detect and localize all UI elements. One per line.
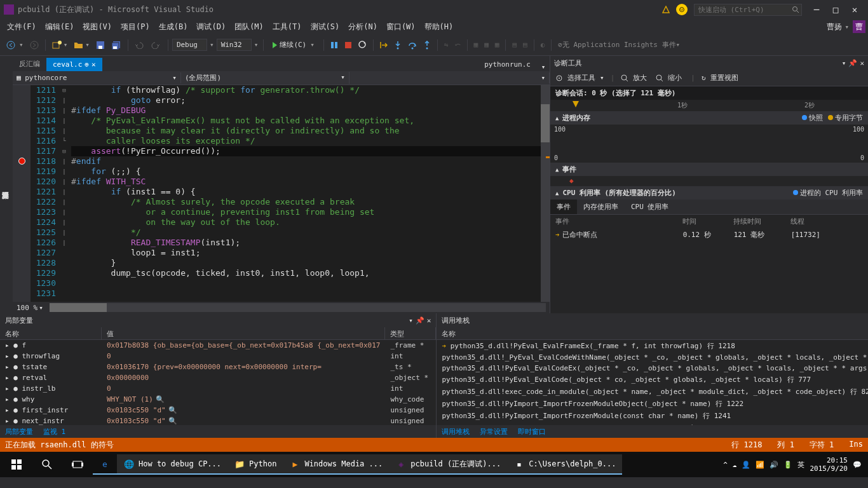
tray-notif-icon[interactable]: 💬 xyxy=(853,461,862,469)
restart-button[interactable] xyxy=(356,39,369,51)
locals-row[interactable]: ▸ ● first_instr0x0103c550 "d"🔍unsigned xyxy=(0,405,436,416)
menu-edit[interactable]: 编辑(E) xyxy=(41,20,79,34)
save-all-button[interactable] xyxy=(109,39,124,51)
cortana-button[interactable] xyxy=(32,452,62,477)
menu-project[interactable]: 项目(P) xyxy=(116,20,154,34)
tab-overflow-button[interactable]: ▾ xyxy=(537,63,550,71)
callstack-tab[interactable]: 调用堆栈 xyxy=(437,425,475,438)
stack-row[interactable]: ➔ python35_d.dll!PyEval_EvalFrameEx(_fra… xyxy=(437,340,868,352)
immediate-tab[interactable]: 即时窗口 xyxy=(513,425,551,438)
tb-icon[interactable]: ◐ xyxy=(538,39,548,51)
taskview-button[interactable] xyxy=(62,452,93,477)
zoom-in-button[interactable]: 放大 xyxy=(618,71,652,85)
menu-test[interactable]: 测试(S) xyxy=(306,20,344,34)
zoom-out-button[interactable]: 缩小 xyxy=(653,71,687,85)
stop-button[interactable] xyxy=(342,39,355,51)
menu-team[interactable]: 团队(M) xyxy=(230,20,268,34)
locals-row[interactable]: ▸ ● throwflag0int xyxy=(0,351,436,362)
timeline[interactable]: 1秒 2秒 xyxy=(550,100,868,111)
locals-row[interactable]: ▸ ● instr_lb0int xyxy=(0,383,436,394)
step-out-button[interactable] xyxy=(421,39,433,51)
locals-row[interactable]: ▸ ● tstate0x01036170 {prev=0x00000000 ne… xyxy=(0,362,436,372)
tb-icon[interactable]: ▤ xyxy=(510,39,519,51)
events-group[interactable]: ▲事件 xyxy=(550,163,868,176)
tray-ime[interactable]: 英 xyxy=(797,460,804,470)
continue-button[interactable]: 继续(C)▾ xyxy=(268,39,320,51)
feedback-icon[interactable]: ☺ xyxy=(676,4,688,15)
menu-help[interactable]: 帮助(H) xyxy=(420,20,458,34)
close-button[interactable]: ✕ xyxy=(845,4,864,15)
task-wmp[interactable]: ▶Windows Media ... xyxy=(283,454,389,475)
user-name[interactable]: 曹扬 xyxy=(827,22,842,32)
tb-icon[interactable]: ▦ xyxy=(492,39,502,51)
locals-tab[interactable]: 局部变量 xyxy=(0,425,38,438)
redo-button[interactable] xyxy=(149,39,164,51)
tb-icon[interactable]: ▦ xyxy=(482,39,491,51)
task-cmd[interactable]: ▪C:\Users\delph_0... xyxy=(507,454,622,475)
stack-row[interactable]: python35_d.dll!_PyEval_EvalCodeWithName(… xyxy=(437,352,868,363)
tab-events[interactable]: 事件 xyxy=(550,200,577,214)
cpu-group[interactable]: ▲CPU 利用率 (所有处理器的百分比) 进程的 CPU 利用率 xyxy=(550,186,868,200)
exception-tab[interactable]: 异常设置 xyxy=(475,425,513,438)
member-select[interactable]: ▾ xyxy=(349,72,550,83)
menu-window[interactable]: 窗口(W) xyxy=(382,20,420,34)
tray-network-icon[interactable]: 📶 xyxy=(756,461,764,469)
platform-select[interactable]: Win32 xyxy=(217,39,252,51)
stack-row[interactable]: python35_d.dll!PyImport_ImportFrozenModu… xyxy=(437,410,868,422)
stack-row[interactable]: python35_d.dll!PyImport_ImportFrozenModu… xyxy=(437,398,868,410)
menu-debug[interactable]: 调试(D) xyxy=(192,20,230,34)
minimize-button[interactable]: ─ xyxy=(807,4,826,15)
task-explorer[interactable]: 📁Python xyxy=(227,454,283,475)
close-tab-icon[interactable]: ✕ xyxy=(92,60,96,69)
tray-up-icon[interactable]: ^ xyxy=(723,461,728,469)
menu-view[interactable]: 视图(V) xyxy=(78,20,116,34)
save-button[interactable] xyxy=(93,39,107,51)
tab-pythonrun[interactable]: pythonrun.c xyxy=(478,58,537,71)
pin-icon[interactable]: ⊕ xyxy=(85,60,89,69)
menu-file[interactable]: 文件(F) xyxy=(3,20,41,34)
menu-tools[interactable]: 工具(T) xyxy=(268,20,306,34)
break-all-button[interactable] xyxy=(328,39,341,51)
tab-disasm[interactable]: 反汇编 xyxy=(13,57,46,71)
event-row[interactable]: ➔ 已命中断点 0.12 秒 121 毫秒 [11732] xyxy=(550,228,868,241)
tray-people-icon[interactable]: 👤 xyxy=(742,461,750,469)
nav-fwd-button[interactable] xyxy=(27,39,41,51)
quick-launch-input[interactable] xyxy=(694,4,802,16)
stack-row[interactable]: python35_d.dll!PyEval_EvalCode(_object *… xyxy=(437,374,868,386)
open-button[interactable]: ▾ xyxy=(71,39,92,51)
user-avatar[interactable]: 曹 xyxy=(853,20,865,33)
tray-volume-icon[interactable]: 🔊 xyxy=(770,461,778,469)
tb-icon[interactable]: ▤ xyxy=(520,39,530,51)
locals-row[interactable]: ▸ ● retval0x00000000 _object * xyxy=(0,372,436,383)
select-tool-button[interactable]: 选择工具 ▾ xyxy=(553,71,607,85)
timeline-cursor-icon[interactable] xyxy=(573,101,579,107)
notif-icon[interactable] xyxy=(662,6,670,13)
reset-view-button[interactable]: ↻ 重置视图 xyxy=(699,71,743,85)
zoom-level[interactable]: 100 % xyxy=(17,304,37,312)
task-vs[interactable]: ◈pcbuild (正在调试)... xyxy=(389,454,507,475)
start-button[interactable] xyxy=(1,452,32,477)
tray-onedrive-icon[interactable]: ☁ xyxy=(733,461,737,469)
new-project-button[interactable]: ▾ xyxy=(50,39,71,51)
memory-group[interactable]: ▲进程内存 快照专用字节 xyxy=(550,111,868,125)
region-select[interactable]: (全局范围)▾ xyxy=(181,72,349,84)
close-icon[interactable]: ✕ xyxy=(860,59,864,67)
locals-row[interactable]: ▸ ● f0x017b8038 {ob_base={ob_base={_ob_n… xyxy=(0,340,436,351)
config-select[interactable]: Debug xyxy=(172,39,207,51)
tray-clock[interactable]: 20:152015/9/20 xyxy=(810,456,848,473)
tab-ceval[interactable]: ceval.c⊕✕ xyxy=(46,58,102,71)
scrollbar[interactable] xyxy=(541,85,550,302)
locals-row[interactable]: ▸ ● whyWHY_NOT (1)🔍why_code xyxy=(0,394,436,405)
maximize-button[interactable]: □ xyxy=(826,4,845,15)
task-chrome[interactable]: 🌐How to debug CP... xyxy=(117,454,227,475)
nav-back-button[interactable]: ▾ xyxy=(4,39,26,51)
pin-icon[interactable]: 📌 xyxy=(848,59,857,67)
watch-tab[interactable]: 监视 1 xyxy=(38,425,71,438)
locals-row[interactable]: ▸ ● next_instr0x0103c550 "d"🔍unsigned xyxy=(0,416,436,425)
stack-row[interactable]: python35_d.dll!exec_code_in_module(_obje… xyxy=(437,386,868,398)
tray-battery-icon[interactable]: 🔋 xyxy=(783,461,792,469)
step-into-button[interactable] xyxy=(391,39,404,51)
tb-icon[interactable]: ⤺ xyxy=(452,39,463,51)
ai-button[interactable]: ⊘ 无 Application Insights 事件 ▾ xyxy=(555,38,682,51)
scope-select[interactable]: ▦ pythoncore▾ xyxy=(13,72,181,83)
